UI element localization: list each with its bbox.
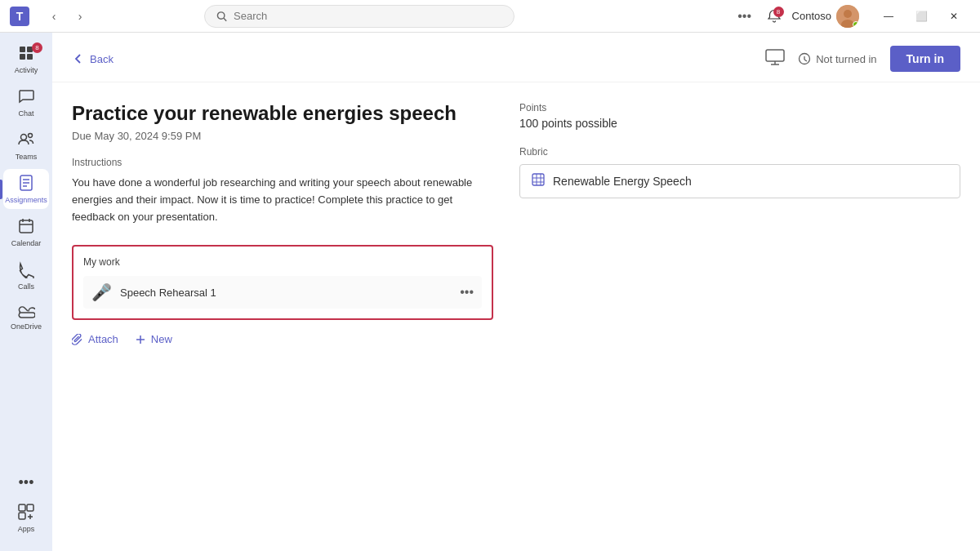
assignments-icon <box>17 174 35 194</box>
teams-label: Teams <box>16 153 38 161</box>
calls-label: Calls <box>18 282 34 291</box>
avatar <box>836 5 859 28</box>
apps-icon <box>17 503 35 523</box>
title-bar-actions: ••• 8 Contoso — ⬜ ✕ <box>733 5 970 28</box>
svg-point-12 <box>29 134 33 138</box>
content-area: Back Not turned in <box>52 33 980 551</box>
work-item[interactable]: 🎤 Speech Rehearsal 1 ••• <box>83 276 482 309</box>
more-options-button[interactable]: ••• <box>733 5 756 28</box>
work-item-left: 🎤 Speech Rehearsal 1 <box>91 282 216 302</box>
maximize-button[interactable]: ⬜ <box>905 5 938 28</box>
rubric-label: Rubric <box>519 146 960 158</box>
window-controls: — ⬜ ✕ <box>872 5 970 28</box>
right-panel: Points 100 points possible Rubric Renewa… <box>519 102 960 531</box>
chat-icon <box>17 87 35 108</box>
svg-rect-26 <box>766 50 784 61</box>
rubric-item[interactable]: Renewable Energy Speech <box>519 164 960 198</box>
svg-point-2 <box>217 11 224 18</box>
sidebar-item-assignments[interactable]: Assignments <box>3 169 49 209</box>
search-bar[interactable] <box>204 5 514 28</box>
rubric-name: Renewable Energy Speech <box>553 175 692 188</box>
assignments-label: Assignments <box>5 196 47 204</box>
calendar-label: Calendar <box>11 239 42 247</box>
instructions-label: Instructions <box>72 157 493 168</box>
assignment-title: Practice your renewable energies speech <box>72 102 493 125</box>
sidebar-item-calls[interactable]: Calls <box>3 256 49 295</box>
sidebar-item-more[interactable]: ••• <box>3 470 49 495</box>
back-nav-button[interactable]: ‹ <box>42 5 65 28</box>
new-button[interactable]: New <box>135 333 172 345</box>
more-icon: ••• <box>19 475 34 490</box>
not-turned-in-label: Not turned in <box>816 53 876 65</box>
work-item-more-button[interactable]: ••• <box>460 285 474 300</box>
sidebar-item-onedrive[interactable]: OneDrive <box>3 299 49 335</box>
clock-icon <box>798 52 811 65</box>
sidebar-bottom: ••• Apps <box>3 470 49 544</box>
plus-icon <box>135 334 146 345</box>
notification-badge: 8 <box>773 7 784 17</box>
search-icon <box>216 11 227 22</box>
back-label: Back <box>90 53 114 65</box>
sidebar: Activity 8 Chat Teams <box>0 33 52 551</box>
instructions-text: You have done a wonderful job researchin… <box>72 175 493 225</box>
work-item-name: Speech Rehearsal 1 <box>120 287 216 299</box>
online-indicator <box>853 21 859 28</box>
attach-button[interactable]: Attach <box>72 333 118 345</box>
my-work-label: My work <box>83 256 482 268</box>
topbar-right: Not turned in Turn in <box>765 46 960 72</box>
chat-label: Chat <box>18 109 33 118</box>
calls-icon <box>17 260 35 281</box>
onedrive-label: OneDrive <box>11 322 42 331</box>
svg-rect-7 <box>20 47 25 52</box>
attachment-actions: Attach New <box>72 333 493 345</box>
svg-text:T: T <box>16 10 24 23</box>
svg-point-5 <box>844 10 852 18</box>
svg-rect-17 <box>20 220 33 233</box>
close-button[interactable]: ✕ <box>938 5 970 28</box>
new-label: New <box>151 333 172 345</box>
svg-line-31 <box>804 60 807 61</box>
points-label: Points <box>519 102 960 113</box>
my-work-box: My work 🎤 Speech Rehearsal 1 ••• <box>72 245 493 320</box>
forward-nav-button[interactable]: › <box>69 5 91 28</box>
notification-button[interactable]: 8 <box>763 5 786 28</box>
paperclip-icon <box>72 334 83 345</box>
assignment-content: Practice your renewable energies speech … <box>52 82 980 551</box>
back-arrow-icon <box>72 52 85 65</box>
work-item-icon: 🎤 <box>91 282 112 302</box>
sidebar-item-chat[interactable]: Chat <box>3 82 49 122</box>
svg-rect-21 <box>19 504 25 511</box>
back-button[interactable]: Back <box>72 52 114 65</box>
svg-rect-22 <box>27 504 33 511</box>
content-topbar: Back Not turned in <box>52 33 980 82</box>
onedrive-icon <box>17 304 35 321</box>
sidebar-item-calendar[interactable]: Calendar <box>3 212 49 252</box>
due-date: Due May 30, 2024 9:59 PM <box>72 130 493 142</box>
main-layout: Activity 8 Chat Teams <box>0 33 980 551</box>
svg-rect-23 <box>19 513 25 519</box>
user-name: Contoso <box>792 10 831 22</box>
teams-logo: T <box>10 7 29 26</box>
activity-badge: 8 <box>32 42 42 53</box>
not-turned-in-status: Not turned in <box>798 52 876 65</box>
attach-label: Attach <box>88 333 118 345</box>
sidebar-item-activity[interactable]: Activity 8 <box>3 39 49 79</box>
presentation-icon[interactable] <box>765 49 785 69</box>
search-input[interactable] <box>234 10 502 22</box>
turn-in-button[interactable]: Turn in <box>890 46 960 72</box>
teams-nav-icon <box>17 131 35 151</box>
sidebar-item-apps[interactable]: Apps <box>3 498 49 538</box>
nav-buttons: ‹ › <box>42 5 91 28</box>
minimize-button[interactable]: — <box>872 5 905 28</box>
title-bar: T ‹ › ••• 8 Contoso <box>0 0 980 33</box>
user-area[interactable]: Contoso <box>792 5 859 28</box>
activity-label: Activity <box>15 66 38 74</box>
svg-rect-9 <box>20 54 25 60</box>
svg-line-3 <box>224 18 226 20</box>
points-value: 100 points possible <box>519 117 960 130</box>
svg-point-11 <box>21 135 27 140</box>
calendar-icon <box>17 217 35 238</box>
svg-rect-10 <box>27 54 33 60</box>
left-panel: Practice your renewable energies speech … <box>72 102 493 531</box>
sidebar-item-teams[interactable]: Teams <box>3 126 49 166</box>
